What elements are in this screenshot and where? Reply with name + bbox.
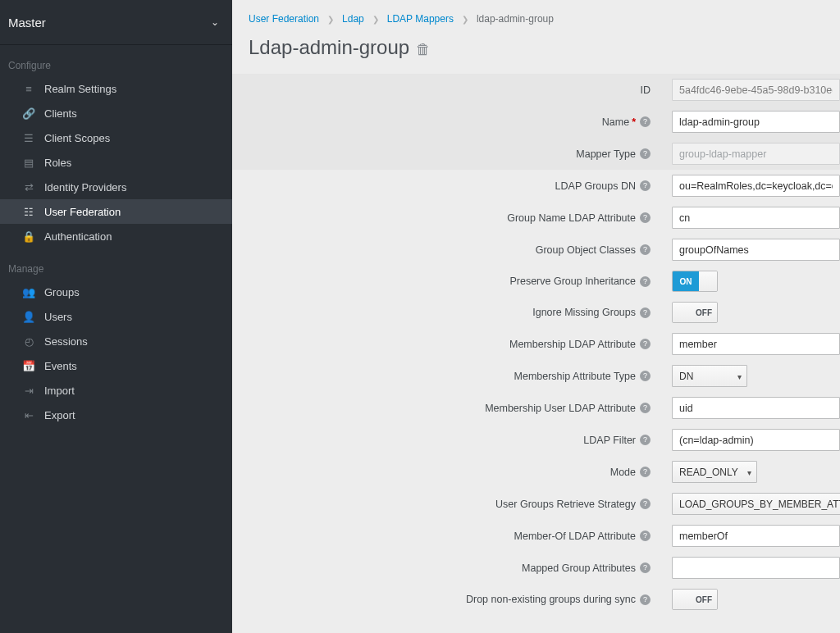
chevron-right-icon: ❯ xyxy=(372,15,379,24)
toggle-knob xyxy=(673,303,691,322)
input-membership-ldap-attr[interactable] xyxy=(672,333,840,355)
toggle-on-label: ON xyxy=(673,271,699,291)
main-content: User Federation ❯ Ldap ❯ LDAP Mappers ❯ … xyxy=(232,0,840,633)
input-mapped-group-attributes[interactable] xyxy=(672,557,840,579)
row-ignore-missing-groups: Ignore Missing Groups ? ON OFF xyxy=(232,297,840,328)
sidebar-item-label: Events xyxy=(44,360,77,372)
sidebar-item-identity-providers[interactable]: ⇄ Identity Providers xyxy=(0,175,232,199)
select-user-groups-retrieve-strategy[interactable]: LOAD_GROUPS_BY_MEMBER_ATTRIBUTE xyxy=(672,493,840,515)
label-id: ID xyxy=(641,84,651,96)
label-member-of-ldap-attr: Member-Of LDAP Attribute xyxy=(514,531,636,542)
toggle-off-label: OFF xyxy=(691,590,717,609)
row-mapped-group-attributes: Mapped Group Attributes ? xyxy=(232,552,840,584)
input-member-of-ldap-attr[interactable] xyxy=(672,525,840,547)
sidebar-item-events[interactable]: 📅 Events xyxy=(0,353,232,378)
help-icon[interactable]: ? xyxy=(640,467,651,477)
toggle-drop-nonexisting-groups[interactable]: ON OFF xyxy=(672,589,718,610)
select-value: DN xyxy=(679,371,693,382)
input-mapper-type xyxy=(672,143,840,165)
row-user-groups-retrieve-strategy: User Groups Retrieve Strategy ? LOAD_GRO… xyxy=(232,488,840,520)
help-icon[interactable]: ? xyxy=(640,562,651,573)
sidebar-item-export[interactable]: ⇤ Export xyxy=(0,403,232,427)
sidebar-item-import[interactable]: ⇥ Import xyxy=(0,378,232,403)
sidebar-item-label: Import xyxy=(44,385,75,397)
scopes-icon: ☰ xyxy=(23,132,34,144)
input-membership-user-ldap-attr[interactable] xyxy=(672,397,840,419)
trash-icon[interactable]: 🗑 xyxy=(416,41,431,58)
breadcrumb-ldap[interactable]: Ldap xyxy=(342,13,364,25)
row-ldap-filter: LDAP Filter ? xyxy=(232,424,840,456)
input-name[interactable] xyxy=(672,111,840,133)
user-icon: 👤 xyxy=(23,311,34,323)
label-group-object-classes: Group Object Classes xyxy=(536,244,636,256)
label-user-groups-retrieve-strategy: User Groups Retrieve Strategy xyxy=(495,499,636,510)
realm-selector[interactable]: Master ⌄ xyxy=(0,0,232,45)
sidebar-item-label: Realm Settings xyxy=(44,83,116,95)
select-mode[interactable]: READ_ONLY xyxy=(672,461,757,483)
select-membership-attr-type[interactable]: DN xyxy=(672,365,747,387)
list-icon: ▤ xyxy=(23,157,34,169)
sidebar-item-label: Groups xyxy=(44,286,80,298)
toggle-preserve-group-inheritance[interactable]: ON OFF xyxy=(672,271,718,292)
help-icon[interactable]: ? xyxy=(640,435,651,445)
input-ldap-filter[interactable] xyxy=(672,429,840,451)
sidebar: Master ⌄ Configure ≡ Realm Settings 🔗 Cl… xyxy=(0,0,232,633)
sidebar-item-label: Identity Providers xyxy=(44,181,126,194)
page-header: Ldap-admin-group 🗑 xyxy=(232,26,840,74)
import-icon: ⇥ xyxy=(23,385,34,397)
label-ldap-groups-dn: LDAP Groups DN xyxy=(555,180,636,192)
input-group-object-classes[interactable] xyxy=(672,239,840,261)
sidebar-item-client-scopes[interactable]: ☰ Client Scopes xyxy=(0,125,232,150)
sidebar-item-users[interactable]: 👤 Users xyxy=(0,304,232,329)
sidebar-item-label: Users xyxy=(44,311,72,323)
sidebar-item-groups[interactable]: 👥 Groups xyxy=(0,280,232,304)
input-group-name-ldap-attr[interactable] xyxy=(672,207,840,229)
help-icon[interactable]: ? xyxy=(640,499,651,509)
label-mode: Mode xyxy=(610,467,636,478)
sidebar-item-sessions[interactable]: ◴ Sessions xyxy=(0,329,232,353)
toggle-ignore-missing-groups[interactable]: ON OFF xyxy=(672,302,718,323)
realm-name: Master xyxy=(8,16,46,30)
help-icon[interactable]: ? xyxy=(640,339,651,349)
help-icon[interactable]: ? xyxy=(640,307,651,318)
link-icon: 🔗 xyxy=(23,107,34,120)
toggle-off-label: OFF xyxy=(691,303,717,322)
help-icon[interactable]: ? xyxy=(640,212,651,223)
breadcrumb-user-federation[interactable]: User Federation xyxy=(249,13,319,25)
sidebar-item-authentication[interactable]: 🔒 Authentication xyxy=(0,224,232,248)
help-icon[interactable]: ? xyxy=(640,594,651,605)
row-preserve-group-inheritance: Preserve Group Inheritance ? ON OFF xyxy=(232,266,840,297)
help-icon[interactable]: ? xyxy=(640,148,651,159)
label-membership-attr-type: Membership Attribute Type xyxy=(514,371,636,382)
help-icon[interactable]: ? xyxy=(640,180,651,191)
nav-manage: 👥 Groups 👤 Users ◴ Sessions 📅 Events ⇥ I… xyxy=(0,280,232,427)
sidebar-item-realm-settings[interactable]: ≡ Realm Settings xyxy=(0,76,232,101)
help-icon[interactable]: ? xyxy=(640,371,651,381)
clock-icon: ◴ xyxy=(23,335,34,348)
sliders-icon: ≡ xyxy=(23,83,34,95)
row-membership-ldap-attr: Membership LDAP Attribute ? xyxy=(232,328,840,360)
row-group-object-classes: Group Object Classes ? xyxy=(232,234,840,266)
row-member-of-ldap-attr: Member-Of LDAP Attribute ? xyxy=(232,520,840,552)
required-asterisk-icon: * xyxy=(632,116,636,128)
calendar-icon: 📅 xyxy=(23,360,34,372)
export-icon: ⇤ xyxy=(23,409,34,421)
sidebar-item-label: Export xyxy=(44,409,75,421)
sidebar-item-label: Authentication xyxy=(44,230,112,243)
input-ldap-groups-dn[interactable] xyxy=(672,175,840,197)
help-icon[interactable]: ? xyxy=(640,116,651,127)
sidebar-item-roles[interactable]: ▤ Roles xyxy=(0,150,232,175)
sidebar-item-clients[interactable]: 🔗 Clients xyxy=(0,101,232,125)
help-icon[interactable]: ? xyxy=(640,276,651,287)
help-icon[interactable]: ? xyxy=(640,531,651,541)
breadcrumb: User Federation ❯ Ldap ❯ LDAP Mappers ❯ … xyxy=(232,0,840,26)
label-mapped-group-attributes: Mapped Group Attributes xyxy=(522,562,636,574)
help-icon[interactable]: ? xyxy=(640,403,651,413)
sidebar-item-user-federation[interactable]: ☷ User Federation xyxy=(0,199,232,224)
help-icon[interactable]: ? xyxy=(640,244,651,255)
breadcrumb-ldap-mappers[interactable]: LDAP Mappers xyxy=(387,13,454,25)
row-drop-nonexisting-groups: Drop non-existing groups during sync ? O… xyxy=(232,584,840,615)
row-mode: Mode ? READ_ONLY xyxy=(232,456,840,488)
row-group-name-ldap-attr: Group Name LDAP Attribute ? xyxy=(232,202,840,234)
label-drop-nonexisting-groups: Drop non-existing groups during sync xyxy=(466,594,636,605)
